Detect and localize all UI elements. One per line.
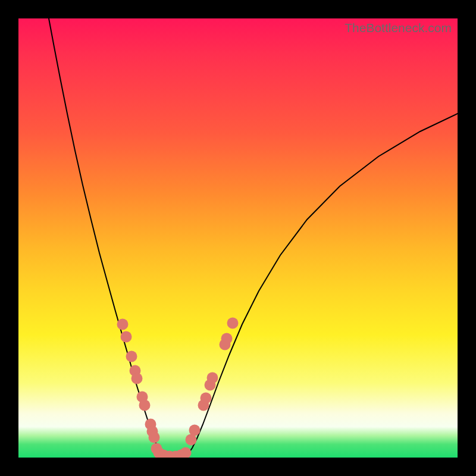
data-dot: [126, 351, 137, 362]
curve-right: [188, 114, 458, 454]
data-dot: [149, 432, 160, 443]
chart-svg: [18, 18, 458, 458]
data-dot: [227, 318, 239, 329]
data-dot: [189, 425, 201, 436]
data-dot: [121, 331, 132, 343]
data-dot: [139, 400, 151, 411]
data-dot: [207, 372, 218, 384]
data-dot: [180, 447, 192, 458]
data-dot: [131, 373, 143, 384]
frame: TheBottleneck.com: [0, 0, 476, 476]
data-dot: [117, 319, 129, 330]
data-dot: [201, 393, 212, 404]
curve-left: [49, 18, 162, 455]
plot-area: TheBottleneck.com: [18, 18, 458, 458]
dot-layer: [117, 318, 239, 458]
data-dot: [221, 333, 233, 345]
